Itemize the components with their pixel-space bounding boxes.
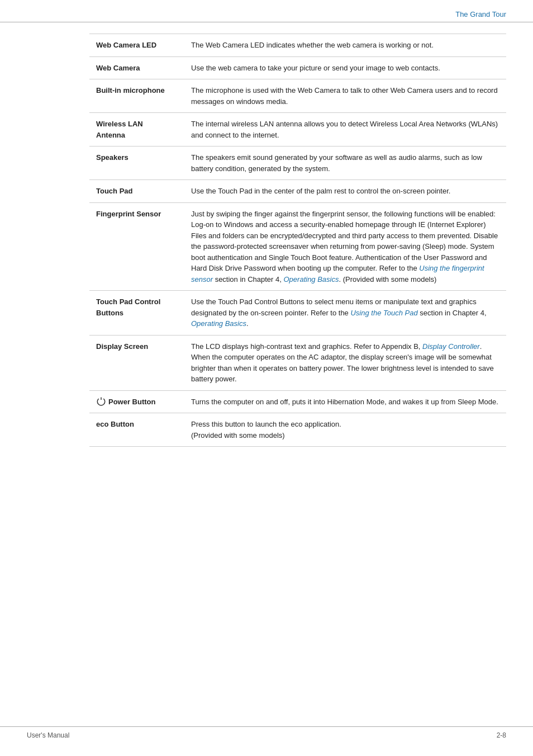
table-row: eco ButtonPress this button to launch th… xyxy=(89,413,506,447)
page-footer: User's Manual 2-8 xyxy=(0,726,533,739)
footer-right: 2-8 xyxy=(497,731,506,739)
table-row: Display ScreenThe LCD displays high-cont… xyxy=(89,335,506,390)
feature-table: Web Camera LEDThe Web Camera LED indicat… xyxy=(89,34,506,447)
desc-cell: Turns the computer on and off, puts it i… xyxy=(184,390,506,413)
term-cell: Web Camera xyxy=(89,56,184,79)
inline-link[interactable]: Operating Basics xyxy=(191,319,246,328)
term-cell: eco Button xyxy=(89,413,184,447)
desc-cell: The LCD displays high-contrast text and … xyxy=(184,335,506,390)
table-row: Wireless LAN AntennaThe internal wireles… xyxy=(89,113,506,147)
desc-cell: The microphone is used with the Web Came… xyxy=(184,79,506,113)
desc-cell: Use the Touch Pad in the center of the p… xyxy=(184,180,506,203)
inline-link[interactable]: Using the Touch Pad xyxy=(350,309,417,317)
term-label: Power Button xyxy=(108,396,156,408)
table-row: Touch Pad Control ButtonsUse the Touch P… xyxy=(89,291,506,336)
term-cell: Touch Pad Control Buttons xyxy=(89,291,184,336)
term-cell: Wireless LAN Antenna xyxy=(89,113,184,147)
term-with-icon: Power Button xyxy=(96,396,173,408)
table-row: Power ButtonTurns the computer on and of… xyxy=(89,390,506,413)
term-cell: Fingerprint Sensor xyxy=(89,202,184,291)
desc-cell: Press this button to launch the eco appl… xyxy=(184,413,506,447)
inline-link[interactable]: Operating Basics xyxy=(284,275,339,284)
term-cell: Web Camera LED xyxy=(89,34,184,57)
power-icon xyxy=(96,396,106,407)
header-title-link[interactable]: The Grand Tour xyxy=(455,10,506,18)
term-cell: Display Screen xyxy=(89,335,184,390)
main-content: Web Camera LEDThe Web Camera LED indicat… xyxy=(0,28,533,464)
desc-cell: The speakers emit sound generated by you… xyxy=(184,147,506,180)
table-row: Web Camera LEDThe Web Camera LED indicat… xyxy=(89,34,506,57)
desc-cell: Use the Touch Pad Control Buttons to sel… xyxy=(184,291,506,336)
term-cell: Power Button xyxy=(89,390,184,413)
term-cell: Built-in microphone xyxy=(89,79,184,113)
term-cell: Touch Pad xyxy=(89,180,184,203)
table-row: Web CameraUse the web camera to take you… xyxy=(89,56,506,79)
desc-cell: The Web Camera LED indicates whether the… xyxy=(184,34,506,57)
desc-cell: Use the web camera to take your picture … xyxy=(184,56,506,79)
desc-cell: The internal wireless LAN antenna allows… xyxy=(184,113,506,147)
term-cell: Speakers xyxy=(89,147,184,180)
page-header: The Grand Tour xyxy=(0,0,533,22)
table-row: Touch PadUse the Touch Pad in the center… xyxy=(89,180,506,203)
footer-left: User's Manual xyxy=(27,731,69,739)
desc-cell: Just by swiping the finger against the f… xyxy=(184,202,506,291)
table-row: SpeakersThe speakers emit sound generate… xyxy=(89,147,506,180)
inline-link[interactable]: Display Controller xyxy=(422,342,480,351)
table-row: Built-in microphoneThe microphone is use… xyxy=(89,79,506,113)
table-row: Fingerprint SensorJust by swiping the fi… xyxy=(89,202,506,291)
